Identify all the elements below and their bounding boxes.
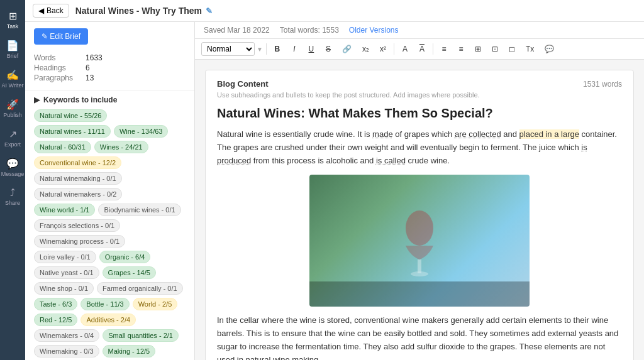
top-bar: ◀ Back Natural Wines - Why Try Them ✎: [25, 0, 644, 22]
publish-icon: 🚀: [6, 99, 19, 111]
message-icon: 💬: [6, 158, 19, 170]
editor-toolbar: Normal Heading 1 Heading 2 ▼ B I U S 🔗 x…: [195, 39, 644, 60]
editor-card: Blog Content 1531 words Use subheadings …: [205, 70, 634, 360]
editor-meta: Saved Mar 18 2022 Total words: 1553 Olde…: [195, 22, 644, 39]
keyword-tag: Winemaking process - 0/1: [34, 235, 125, 248]
keywords-section: ▶ Keywords to include Natural wine - 55/…: [25, 90, 194, 360]
keyword-tag: Natural wines - 11/11: [34, 125, 111, 138]
svg-point-2: [411, 271, 428, 276]
link-button[interactable]: 🔗: [338, 42, 356, 56]
stats-grid: Words 1633 Headings 6 Paragraphs 13: [34, 50, 186, 86]
keyword-tag: Farmed organically - 0/1: [97, 282, 183, 295]
ordered-list-button[interactable]: ≡: [436, 42, 452, 56]
keyword-tag: Taste - 6/3: [34, 298, 77, 310]
keywords-toggle[interactable]: ▶ Keywords to include: [34, 95, 186, 104]
keyword-tag: Wine - 134/63: [114, 125, 168, 138]
card-title: Blog Content: [217, 79, 269, 89]
media-button[interactable]: ◻: [504, 42, 519, 56]
back-button[interactable]: ◀ Back: [33, 4, 69, 18]
nav-item-brief[interactable]: 📄 Brief: [0, 35, 25, 64]
toolbar-divider-3: [433, 43, 433, 55]
keyword-tag: Red - 12/5: [34, 314, 77, 326]
content-row: ✎ Edit Brief Words 1633 Headings 6 Parag…: [25, 22, 644, 360]
keyword-tag: Organic - 6/4: [99, 251, 151, 263]
keyword-tag: Native yeast - 0/1: [34, 266, 99, 279]
left-panel: ✎ Edit Brief Words 1633 Headings 6 Parag…: [25, 22, 195, 360]
left-panel-header: ✎ Edit Brief Words 1633 Headings 6 Parag…: [25, 22, 194, 90]
card-hint: Use subheadings and bullets to keep the …: [217, 91, 622, 99]
share-icon: ⤴: [10, 187, 15, 199]
page-title: Natural Wines - Why Try Them ✎: [75, 6, 213, 16]
editor-content[interactable]: Blog Content 1531 words Use subheadings …: [195, 60, 644, 360]
ai-writer-icon: ✍: [6, 69, 19, 81]
keyword-tag: Winemaking - 0/3: [34, 345, 99, 357]
older-versions-link[interactable]: Older Versions: [349, 26, 399, 35]
svg-point-0: [406, 210, 433, 246]
italic-button[interactable]: I: [287, 42, 302, 56]
comment-button[interactable]: 💬: [540, 42, 558, 56]
nav-item-export[interactable]: ↗ Export: [0, 123, 25, 153]
toolbar-divider-2: [394, 43, 394, 55]
strikethrough-button[interactable]: S: [321, 42, 336, 56]
main-container: ◀ Back Natural Wines - Why Try Them ✎ ✎ …: [25, 0, 644, 360]
chevron-right-icon: ▶: [34, 95, 40, 104]
clear-format-button[interactable]: Tx: [521, 42, 538, 56]
nav-item-task[interactable]: ⊞ Task: [0, 5, 25, 35]
keyword-tag: Additives - 2/4: [80, 314, 136, 326]
keyword-tag: Wine shop - 0/1: [34, 282, 94, 295]
keyword-tag: Conventional wine - 12/2: [34, 156, 121, 169]
keyword-tag: Wines - 24/21: [94, 141, 148, 153]
keyword-tag: Natural wine - 55/26: [34, 109, 107, 122]
left-navigation: ⊞ Task 📄 Brief ✍ AI Writer 🚀 Publish ↗ E…: [0, 0, 25, 360]
keyword-tag: Grapes - 14/5: [103, 266, 156, 279]
keyword-tag: François selections - 0/1: [34, 219, 120, 232]
keyword-tag: Winemakers - 0/4: [34, 329, 99, 342]
style-select[interactable]: Normal Heading 1 Heading 2: [201, 42, 255, 56]
toolbar-divider-1: [266, 43, 267, 55]
subscript-button[interactable]: x₂: [358, 42, 374, 56]
keyword-tag: Natural - 60/31: [34, 141, 91, 153]
editor-card-header: Blog Content 1531 words: [217, 79, 622, 89]
image-button[interactable]: ⊡: [487, 42, 502, 56]
card-word-count: 1531 words: [583, 80, 622, 89]
keyword-tag: Bottle - 11/3: [80, 298, 129, 310]
keyword-tag: Wine world - 1/1: [34, 204, 95, 216]
blog-paragraph-1[interactable]: Natural wine is essentially crude wine. …: [217, 128, 622, 167]
nav-item-message[interactable]: 💬 Message: [0, 153, 25, 182]
table-button[interactable]: ⊞: [470, 42, 486, 56]
keyword-tag: World - 2/5: [133, 298, 178, 310]
underline-button[interactable]: U: [304, 42, 319, 56]
nav-item-ai-writer[interactable]: ✍ AI Writer: [0, 64, 25, 94]
right-panel: Saved Mar 18 2022 Total words: 1553 Olde…: [195, 22, 644, 360]
edit-brief-button[interactable]: ✎ Edit Brief: [34, 28, 88, 45]
blog-title[interactable]: Natural Wines: What Makes Them So Specia…: [217, 106, 622, 121]
svg-rect-1: [418, 259, 421, 273]
text-color-button[interactable]: A: [397, 42, 413, 56]
keyword-tag: Natural winemakers - 0/2: [34, 188, 122, 200]
brief-icon: 📄: [6, 40, 19, 52]
nav-item-publish[interactable]: 🚀 Publish: [0, 94, 25, 123]
keyword-tag: Small quantities - 2/1: [103, 329, 179, 342]
bold-button[interactable]: B: [270, 42, 285, 56]
edit-title-icon[interactable]: ✎: [206, 6, 213, 16]
keyword-tag: Making - 12/5: [103, 345, 156, 357]
keywords-tags: Natural wine - 55/26Natural wines - 11/1…: [34, 109, 186, 360]
task-icon: ⊞: [9, 10, 17, 22]
text-highlight-button[interactable]: A: [414, 42, 430, 56]
keyword-tag: Loire valley - 0/1: [34, 251, 96, 263]
blog-paragraph-2[interactable]: In the cellar where the wine is stored, …: [217, 314, 622, 360]
keyword-tag: Natural winemaking - 0/1: [34, 172, 122, 185]
superscript-button[interactable]: x²: [375, 42, 391, 56]
blog-image: [309, 175, 530, 307]
wine-glass-svg: [401, 203, 438, 278]
keyword-tag: Biodynamic wines - 0/1: [98, 204, 180, 216]
nav-item-share[interactable]: ⤴ Share: [0, 182, 25, 211]
export-icon: ↗: [9, 128, 17, 140]
unordered-list-button[interactable]: ≡: [453, 42, 469, 56]
